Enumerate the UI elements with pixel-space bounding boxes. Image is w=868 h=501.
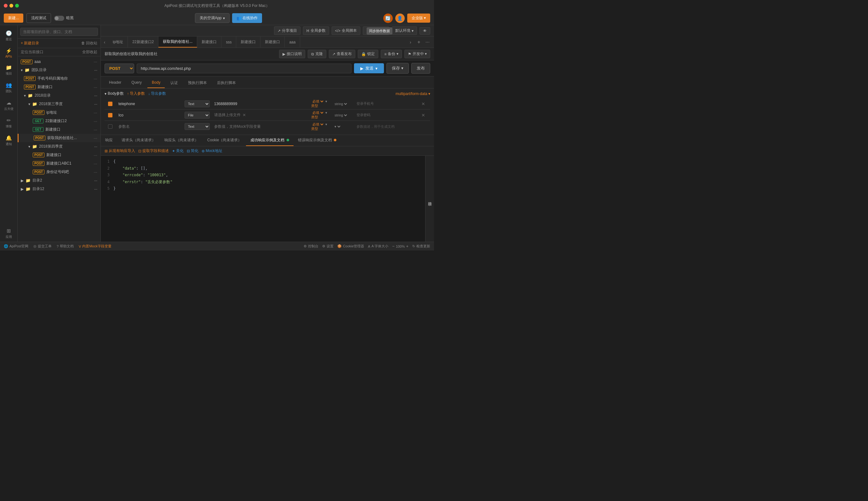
tab-cookie[interactable]: Cookie（尚未请求） <box>203 135 246 146</box>
sidebar-item-apps[interactable]: ⊞ 应用 <box>1 225 17 242</box>
delete-param-button[interactable]: ✕ <box>421 113 425 118</box>
param-type2-select[interactable]: string <box>333 113 348 117</box>
tab-new-api-2[interactable]: 22新建接口2 <box>128 36 158 47</box>
list-item[interactable]: POST 身份证号码吧 ··· <box>18 168 101 176</box>
dark-mode-toggle[interactable]: 暗黑 <box>54 15 74 21</box>
sidebar-item-apis[interactable]: ⚡ APIs <box>1 45 17 61</box>
maximize-button[interactable] <box>15 4 19 8</box>
tab-header[interactable]: Header <box>105 78 126 88</box>
more-icon[interactable]: ··· <box>94 68 97 72</box>
list-item[interactable]: POST ip地址 ··· <box>18 108 101 117</box>
settings-link[interactable]: ⚙ 设置 <box>322 244 334 249</box>
import-from-response-button[interactable]: ⊞ 从现有响应导入 <box>105 148 135 153</box>
method-select[interactable]: POST GET PUT DELETE <box>105 64 134 73</box>
app-selector-button[interactable]: 美的空调App ▾ <box>195 13 229 23</box>
enterprise-button[interactable]: 企业版 ▾ <box>407 13 430 23</box>
code-editor[interactable]: 1 { 2 "data": [], 3 "errcode": "100013", <box>101 156 425 242</box>
search-input[interactable] <box>20 28 98 36</box>
list-item[interactable]: GET 新建接口 ··· <box>18 125 101 134</box>
tree-group[interactable]: ▶ 📁 目录12 ··· <box>18 185 101 193</box>
tab-prev-button[interactable]: ‹ <box>101 36 108 47</box>
api-desc-button[interactable]: ▶ 接口说明 <box>279 50 305 58</box>
param-name-input[interactable] <box>118 102 181 106</box>
share-project-button[interactable]: ↗ 分享项目 <box>274 26 301 35</box>
tab-post-script[interactable]: 后执行脚本 <box>212 78 240 88</box>
backup-button[interactable]: ≡ 备份 ▾ <box>381 50 401 58</box>
simplify-button[interactable]: ⊟ 简化 <box>187 148 198 153</box>
send-button[interactable]: ▶ 发送 ▾ <box>354 63 384 73</box>
tree-group[interactable]: ▾ 📁 2018第三季度 ··· <box>18 100 101 108</box>
visibility-button[interactable]: 👁 <box>419 27 430 35</box>
more-icon[interactable]: ··· <box>94 102 97 106</box>
param-required-select[interactable]: 必填选填 <box>311 110 324 115</box>
apipost-site-link[interactable]: 🌐 ApiPost官网 <box>4 244 28 249</box>
tab-aaa[interactable]: aaa <box>285 36 300 47</box>
param-type2-select[interactable]: ▾ <box>333 124 342 129</box>
console-link[interactable]: ⚙ 控制台 <box>304 244 318 249</box>
more-icon[interactable]: ··· <box>94 145 97 149</box>
tree-group[interactable]: ▾ 📁 团队目录 ··· <box>18 66 101 74</box>
list-item[interactable]: POST 新建接口ABC1 ··· <box>18 159 101 168</box>
param-required-select[interactable]: 必填 <box>311 122 324 127</box>
list-item[interactable]: POST 新建接口 ··· <box>18 83 101 91</box>
param-type-select[interactable]: Text File <box>185 123 210 130</box>
param-value-placeholder-input[interactable] <box>214 124 308 129</box>
font-size-control[interactable]: A A 字体大小 <box>368 244 388 249</box>
tab-more-button[interactable]: ··· <box>423 39 431 45</box>
tab-req-header[interactable]: 请求头（尚未请求） <box>117 135 160 146</box>
new-button[interactable]: 新建... <box>4 13 23 23</box>
cookie-mgr-link[interactable]: 🍪 Cookie管理器 <box>337 244 364 249</box>
user-avatar-button[interactable]: 👤 <box>395 13 405 23</box>
tab-add-button[interactable]: + <box>416 39 422 45</box>
workflow-button[interactable]: 流程测试 <box>27 13 51 23</box>
more-icon[interactable]: ··· <box>94 76 97 81</box>
more-icon[interactable]: ··· <box>94 85 97 90</box>
tab-get-creation[interactable]: 获取我的创造社... <box>158 36 197 47</box>
more-icon[interactable]: ··· <box>94 94 97 98</box>
extract-fields-button[interactable]: ⊡ 提取字段和描述 <box>138 148 169 153</box>
list-item[interactable]: POST 获取我的创造社... ··· <box>18 134 101 142</box>
tab-resp-header[interactable]: 响应头（尚未请求） <box>160 135 203 146</box>
more-icon[interactable]: ··· <box>94 187 97 191</box>
collapse-all-button[interactable]: 全部收起 <box>82 50 97 55</box>
more-icon[interactable]: ··· <box>94 119 97 124</box>
more-icon[interactable]: ··· <box>94 136 97 141</box>
list-item[interactable]: GET 22新建接口2 ··· <box>18 117 101 125</box>
mock-address-button[interactable]: ⊛ Mock地址 <box>201 148 222 153</box>
tab-new-api-4[interactable]: 新建接口 <box>260 36 285 47</box>
tab-query[interactable]: Query <box>127 78 146 88</box>
new-directory-button[interactable]: + 新建目录 <box>21 41 39 46</box>
publish-button[interactable]: 发布 <box>411 63 430 74</box>
param-required-select[interactable]: 必填选填 <box>311 99 324 104</box>
sidebar-item-blog[interactable]: ✏ 博客 <box>1 115 17 131</box>
tab-body[interactable]: Body <box>147 78 165 88</box>
checkbox-ico[interactable] <box>108 113 113 117</box>
close-button[interactable] <box>4 4 8 8</box>
tab-new-api[interactable]: 新建接口 <box>197 36 221 47</box>
tab-next-button[interactable]: › <box>407 40 414 45</box>
tab-error-doc[interactable]: 错误响应示例及文档 <box>294 135 341 146</box>
collab-button[interactable]: 👥 在线协作 <box>232 13 262 23</box>
param-value-input[interactable] <box>214 102 308 106</box>
check-update-link[interactable]: ↻ 检查更新 <box>412 244 430 249</box>
dark-mode-switch[interactable] <box>54 16 64 21</box>
tab-auth[interactable]: 认证 <box>166 78 182 88</box>
beautify-button[interactable]: ✦ 美化 <box>172 148 184 153</box>
param-name-input[interactable] <box>118 113 181 117</box>
more-icon[interactable]: ··· <box>94 59 97 64</box>
tab-sss[interactable]: sss <box>221 36 236 47</box>
feedback-link[interactable]: ◎ 提交工单 <box>33 244 52 249</box>
default-env-button[interactable]: 默认环境 ▾ <box>392 26 417 35</box>
tab-ip-address[interactable]: ip地址 <box>108 36 128 47</box>
lock-button[interactable]: 🔒 锁定 <box>358 50 378 58</box>
more-icon[interactable]: ··· <box>94 161 97 166</box>
more-icon[interactable]: ··· <box>94 153 97 158</box>
param-type-select[interactable]: Text File <box>185 100 210 107</box>
param-type-select[interactable]: File Text <box>185 112 210 119</box>
sidebar-item-recent[interactable]: 🕐 最近 <box>1 28 17 44</box>
sidebar-item-cloud[interactable]: ☁ 云大使 <box>1 97 17 114</box>
tree-group[interactable]: ▶ 📁 目录2 ··· <box>18 176 101 185</box>
list-item[interactable]: POST 新建接口 ··· <box>18 151 101 159</box>
recycle-bin-button[interactable]: 🗑 回收站 <box>81 41 97 46</box>
tree-group[interactable]: ▾ 📁 2018第四季度 ··· <box>18 142 101 151</box>
